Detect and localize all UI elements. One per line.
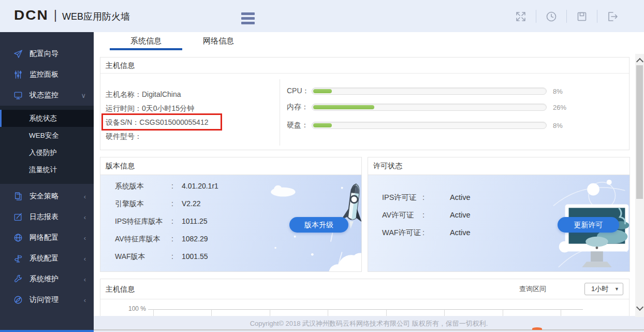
av-license-row: AV许可证 : Active: [382, 210, 471, 220]
row-value: 1001.55: [182, 251, 208, 262]
logo-divider: |: [54, 8, 57, 22]
save-icon[interactable]: [576, 10, 588, 23]
menu-bar: [241, 17, 255, 20]
colon: :: [171, 234, 182, 244]
expand-arrows-icon[interactable]: [515, 10, 527, 23]
globe-icon: [13, 233, 23, 242]
signpost-icon: [13, 254, 23, 263]
colon: :: [422, 192, 450, 203]
sidebar-item-label: 系统维护: [30, 275, 58, 284]
status-monitor-submenu: 系统状态 WEB安全 入侵防护 流量统计: [0, 106, 94, 184]
row-label: AV特征库版本: [115, 234, 171, 244]
disk-label: 硬盘：: [287, 121, 312, 130]
license-panel-body: IPS许可证 : Active AV许可证 : Active WAF许可证 : …: [368, 175, 630, 271]
sidebar-item-label: 日志报表: [30, 212, 58, 222]
menu-bar: [241, 12, 255, 15]
edit-icon: [13, 212, 23, 222]
chevron-left-icon: ‹: [84, 296, 86, 304]
chevron-left-icon: ‹: [84, 193, 86, 200]
sidebar-item-status-monitor[interactable]: 状态监控 ∨: [0, 85, 94, 106]
sidebar-item-label: 网络配置: [30, 233, 58, 242]
sidebar-item-system-status[interactable]: 系统状态: [0, 110, 94, 127]
toolbar-divider: [536, 10, 536, 23]
copyright-text: Copyright© 2018 武汉神州数码云科网络技术有限公司 版权所有，保留…: [250, 320, 488, 327]
sidebar-item-network-config[interactable]: 网络配置 ‹: [0, 227, 94, 248]
wrench-icon: [13, 275, 23, 284]
memory-progress-bar: [312, 104, 547, 111]
disk-progress-fill: [313, 123, 332, 127]
y-axis-top-label: 100 %: [121, 305, 146, 312]
header-toolbar: [506, 10, 627, 23]
ips-license-row: IPS许可证 : Active: [382, 192, 471, 203]
tab-system-info[interactable]: 系统信息: [110, 32, 182, 50]
update-license-button[interactable]: 更新许可: [558, 217, 619, 233]
row-label: AV许可证: [382, 210, 422, 220]
memory-percent: 26%: [553, 104, 566, 111]
app-title: WEB应用防火墙: [62, 10, 130, 23]
row-value: V2.22: [182, 198, 201, 209]
uptime-field: 运行时间：0天0小时15分钟: [106, 102, 208, 116]
sidebar-item-log-report[interactable]: 日志报表 ‹: [0, 207, 94, 227]
compass-icon: [13, 295, 23, 305]
panel-title: 版本信息: [100, 157, 361, 175]
toolbar-divider: [566, 10, 567, 23]
sidebar-bottom-accent: [0, 330, 94, 332]
av-signature-version-row: AV特征库版本 : 1082.29: [115, 234, 208, 244]
sidebar-item-security-policy[interactable]: 安全策略 ‹: [0, 186, 94, 207]
chevron-down-icon: ∨: [81, 92, 86, 99]
pages-icon: [13, 192, 23, 201]
menu-bar: [241, 22, 255, 24]
sidebar-item-label: 配置向导: [30, 49, 58, 59]
sidebar-item-monitor-panel[interactable]: 监控面板: [0, 64, 94, 85]
clock-icon[interactable]: [545, 10, 558, 23]
query-interval-label: 查询区间: [519, 279, 546, 299]
sidebar: 配置向导 监控面板 状态监控 ∨ 系统状态 WEB安全 入侵防护 流量统计 安全…: [0, 32, 94, 332]
ips-signature-version-row: IPS特征库版本 : 1011.25: [115, 216, 208, 226]
vertical-scrollbar[interactable]: [635, 54, 644, 317]
row-value: Active: [450, 227, 471, 238]
waf-version-row: WAF版本 : 1001.55: [115, 251, 208, 262]
interval-select[interactable]: 1小时 ▼: [584, 283, 623, 295]
disk-percent: 8%: [553, 122, 563, 129]
license-status-panel: 许可状态: [368, 157, 630, 272]
host-name-field: 主机名称：DigitalChina: [106, 88, 208, 102]
scroll-up-arrow-icon[interactable]: [636, 58, 643, 65]
engine-version-row: 引擎版本 : V2.22: [115, 198, 201, 209]
menu-icon[interactable]: [241, 12, 255, 24]
footer-divider-line: [94, 329, 644, 330]
sidebar-item-access-management[interactable]: 访问管理 ‹: [0, 290, 94, 310]
cpu-progress-bar: [312, 88, 547, 95]
version-upgrade-button[interactable]: 版本升级: [289, 217, 348, 233]
app-header: DCN | WEB应用防火墙: [0, 0, 644, 32]
colon: :: [171, 181, 182, 191]
sidebar-item-web-security[interactable]: WEB安全: [0, 127, 94, 144]
colon: :: [171, 251, 182, 262]
hardware-model-field: 硬件型号：: [106, 129, 208, 143]
cpu-progress-fill: [313, 89, 332, 93]
dcn-logo: DCN: [14, 8, 49, 23]
sidebar-item-system-config[interactable]: 系统配置 ‹: [0, 248, 94, 269]
chevron-left-icon: ‹: [84, 213, 86, 221]
sliders-icon: [13, 70, 23, 79]
row-value: 4.01.20.1r1: [182, 181, 218, 191]
disk-progress-bar: [312, 122, 547, 129]
interval-value: 1小时: [591, 285, 608, 293]
scrollbar-thumb[interactable]: [636, 65, 643, 199]
tab-network-info[interactable]: 网络信息: [182, 32, 255, 50]
sidebar-item-label: 状态监控: [30, 91, 58, 100]
scroll-down-arrow-icon[interactable]: [636, 304, 643, 311]
toolbar-divider: [597, 10, 597, 23]
cpu-gauge-row: CPU： 8%: [287, 86, 563, 96]
panel-title: 主机信息: [100, 57, 629, 74]
main-content: 系统信息 网络信息 主机信息 主机名称：DigitalChina 运行时间：0天…: [94, 32, 644, 332]
row-label: IPS许可证: [382, 192, 422, 203]
sidebar-item-system-maintenance[interactable]: 系统维护 ‹: [0, 269, 94, 290]
sidebar-item-intrusion-prevention[interactable]: 入侵防护: [0, 144, 94, 161]
colon: :: [422, 210, 450, 220]
version-panel-body: 系统版本 : 4.01.20.1r1 引擎版本 : V2.22 IPS特征库版本…: [100, 175, 361, 271]
orange-decoration: [532, 327, 542, 330]
row-label: WAF版本: [115, 251, 171, 262]
logout-icon[interactable]: [606, 10, 619, 23]
sidebar-item-traffic-stats[interactable]: 流量统计: [0, 161, 94, 178]
sidebar-item-config-wizard[interactable]: 配置向导: [0, 44, 94, 64]
